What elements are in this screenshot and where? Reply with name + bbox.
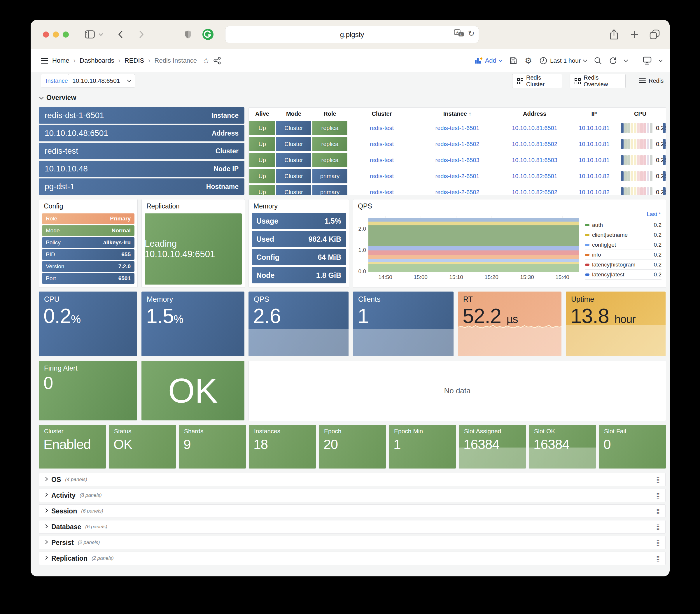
- back-icon[interactable]: [118, 28, 123, 41]
- cell-alive: Up: [249, 120, 276, 136]
- dashboard-settings-icon[interactable]: ⚙: [525, 56, 532, 66]
- info-row: redis-test Cluster: [39, 143, 245, 159]
- drag-handle-icon[interactable]: ⣿: [656, 476, 660, 483]
- epoch-min-tile: Epoch Min1: [389, 425, 456, 469]
- qps-legend: Last * auth0.2 client|setname0.2 config|…: [585, 210, 662, 280]
- address-link[interactable]: 10.10.10.81:6503: [499, 152, 570, 168]
- sidebar-chevron-icon[interactable]: [99, 28, 102, 41]
- breadcrumb-home[interactable]: Home: [52, 57, 70, 64]
- col-header-cluster[interactable]: Cluster: [348, 107, 416, 120]
- cluster-link[interactable]: redis-test: [348, 136, 416, 152]
- address-link[interactable]: 10.10.10.81:6502: [499, 136, 570, 152]
- close-window-button[interactable]: [43, 31, 49, 38]
- time-range-picker[interactable]: Last 1 hour: [540, 57, 587, 64]
- col-header-ip[interactable]: IP: [570, 107, 618, 120]
- drag-handle-icon[interactable]: ⣿: [656, 524, 660, 530]
- refresh-icon[interactable]: [609, 57, 617, 64]
- section-row-replication[interactable]: Replication(2 panels) ⣿: [39, 552, 666, 565]
- section-row-activity[interactable]: Activity(8 panels) ⣿: [39, 489, 666, 502]
- section-row-database[interactable]: Database(6 panels) ⣿: [39, 520, 666, 534]
- chevron-right-icon: [44, 540, 48, 544]
- drag-handle-icon[interactable]: ⣿: [656, 539, 660, 546]
- drag-handle-icon[interactable]: ⣿: [656, 492, 660, 499]
- cluster-link[interactable]: redis-test: [348, 168, 416, 184]
- tab-overview-icon[interactable]: [650, 28, 660, 41]
- redis-menu-link[interactable]: Redis: [639, 74, 664, 88]
- privacy-shield-icon[interactable]: [185, 28, 192, 41]
- cell-cpu: 0.2%: [618, 152, 662, 168]
- legend-item[interactable]: info0.2: [585, 250, 662, 259]
- legend-chip: [585, 264, 589, 266]
- refresh-interval-chevron-icon[interactable]: [624, 58, 628, 62]
- reload-icon[interactable]: ↻: [468, 29, 475, 38]
- sidebar-icon[interactable]: [85, 28, 95, 41]
- dashboard-content: Instance 10.10.10.48:6501 Redis Cluster …: [30, 72, 670, 576]
- share-dashboard-icon[interactable]: [213, 57, 221, 64]
- add-panel-button[interactable]: Add: [475, 57, 502, 64]
- legend-item[interactable]: auth0.2: [585, 220, 662, 230]
- redis-cluster-link-button[interactable]: Redis Cluster: [512, 74, 562, 88]
- instance-link[interactable]: redis-test-1-6501: [416, 120, 499, 136]
- section-row-session[interactable]: Session(6 panels) ⣿: [39, 504, 666, 518]
- address-link[interactable]: 10.10.10.82:6501: [499, 168, 570, 184]
- mega-menu-icon[interactable]: [41, 58, 48, 64]
- legend-header[interactable]: Last *: [585, 210, 662, 220]
- cluster-link[interactable]: redis-test: [348, 152, 416, 168]
- ip-link[interactable]: 10.10.10.81: [570, 120, 618, 136]
- col-header-instance-sorted[interactable]: Instance ↑: [416, 107, 499, 120]
- instance-link[interactable]: redis-test-2-6501: [416, 168, 499, 184]
- drag-handle-icon[interactable]: ⣿: [656, 508, 660, 514]
- share-icon[interactable]: [610, 28, 618, 41]
- cluster-link[interactable]: redis-test: [348, 120, 416, 136]
- forward-icon[interactable]: [139, 28, 144, 41]
- chevron-right-icon: [44, 556, 48, 560]
- ip-link[interactable]: 10.10.10.81: [570, 152, 618, 168]
- ip-link[interactable]: 10.10.10.82: [570, 168, 618, 184]
- section-row-os[interactable]: OS(4 panels) ⣿: [39, 473, 666, 486]
- grammarly-extension-icon[interactable]: [202, 28, 214, 41]
- panel-title: Config: [44, 202, 63, 210]
- ip-link[interactable]: 10.10.10.82: [570, 184, 618, 195]
- instance-link[interactable]: redis-test-1-6502: [416, 136, 499, 152]
- minimize-window-button[interactable]: [53, 31, 59, 38]
- col-header-alive[interactable]: Alive: [249, 107, 276, 120]
- address-link[interactable]: 10.10.10.81:6501: [499, 120, 570, 136]
- instance-link[interactable]: redis-test-2-6502: [416, 184, 499, 195]
- col-header-mode[interactable]: Mode: [276, 107, 312, 120]
- col-header-address[interactable]: Address: [499, 107, 570, 120]
- ip-link[interactable]: 10.10.10.81: [570, 136, 618, 152]
- overview-section-toggle[interactable]: Overview: [40, 94, 76, 102]
- redis-overview-link-button[interactable]: Redis Overview: [570, 74, 626, 88]
- save-dashboard-icon[interactable]: [510, 57, 517, 64]
- legend-item[interactable]: latency|histogram0.2: [585, 259, 662, 269]
- rt-stat-tile: RT 52.2 µs: [458, 292, 561, 356]
- breadcrumb-dashboards[interactable]: Dashboards: [80, 57, 114, 64]
- address-bar[interactable]: g.pigsty Ax̂ ↻: [225, 26, 479, 43]
- kiosk-mode-icon[interactable]: [643, 56, 652, 65]
- drag-handle-icon[interactable]: ⣿: [656, 555, 660, 562]
- new-tab-icon[interactable]: [630, 28, 639, 41]
- chevron-right-icon: [44, 477, 48, 481]
- kiosk-chevron-icon[interactable]: [659, 58, 663, 62]
- cluster-link[interactable]: redis-test: [348, 184, 416, 195]
- address-link[interactable]: 10.10.10.82:6502: [499, 184, 570, 195]
- memory-row: Config64 MiB: [252, 249, 346, 265]
- legend-item[interactable]: config|get0.2: [585, 240, 662, 250]
- legend-item[interactable]: latency|latest0.2: [585, 269, 662, 280]
- maximize-window-button[interactable]: [63, 31, 69, 38]
- clients-stat-tile: Clients 1: [353, 292, 453, 356]
- favorite-star-icon[interactable]: ☆: [203, 56, 209, 65]
- section-row-persist[interactable]: Persist(2 panels) ⣿: [39, 536, 666, 549]
- legend-chip: [585, 254, 589, 256]
- translate-icon[interactable]: Ax̂: [454, 29, 464, 38]
- instance-link[interactable]: redis-test-1-6503: [416, 152, 499, 168]
- col-header-role[interactable]: Role: [312, 107, 348, 120]
- breadcrumb-redis[interactable]: REDIS: [125, 57, 144, 64]
- col-header-cpu[interactable]: CPU: [618, 107, 662, 120]
- instance-var-dropdown[interactable]: 10.10.10.48:6501: [68, 74, 135, 88]
- cell-role: replica: [312, 136, 348, 152]
- slot-ok-tile: Slot OK16384: [529, 425, 596, 469]
- cell-alive: Up: [249, 184, 276, 195]
- zoom-out-time-icon[interactable]: [594, 57, 602, 64]
- legend-item[interactable]: client|setname0.2: [585, 230, 662, 240]
